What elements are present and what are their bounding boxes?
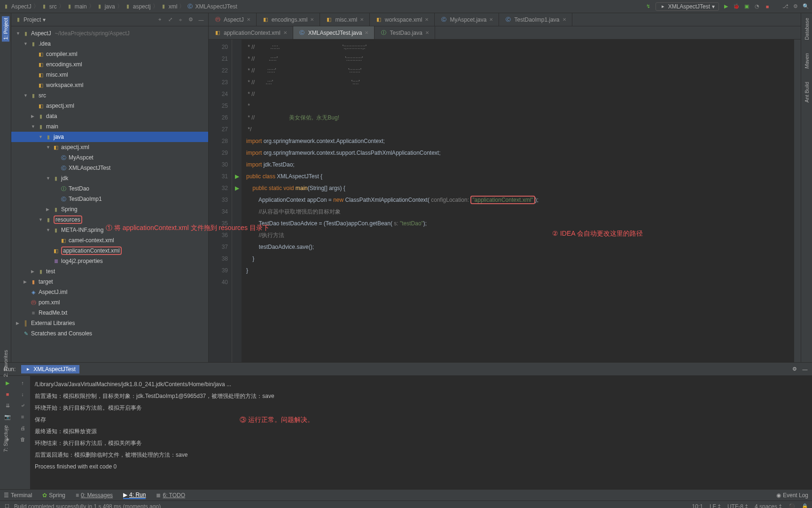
tree-item[interactable]: ▼▮META-INF.spring bbox=[11, 225, 208, 235]
tree-item[interactable]: ▼▮main bbox=[11, 121, 208, 132]
tree-item[interactable]: ▼▮src bbox=[11, 90, 208, 101]
close-icon[interactable]: ✕ bbox=[562, 17, 566, 22]
print-button[interactable]: 🖨 bbox=[19, 425, 26, 431]
up-button[interactable]: ↑ bbox=[19, 380, 26, 386]
tree-item[interactable]: ◧compiler.xml bbox=[11, 49, 208, 59]
expand-icon[interactable]: ⤢ bbox=[167, 16, 173, 23]
editor-tab[interactable]: ◧workspace.xml✕ bbox=[370, 13, 435, 26]
tree-item[interactable]: ◧aspectj.xml bbox=[11, 101, 208, 111]
hide-icon[interactable]: — bbox=[198, 16, 204, 23]
profile-button[interactable]: ◔ bbox=[754, 3, 760, 10]
coverage-button[interactable]: ▣ bbox=[743, 3, 750, 10]
debug-button[interactable]: 🐞 bbox=[733, 3, 740, 10]
breadcrumb-item[interactable]: ⒸXMLAspectJTest bbox=[187, 3, 237, 10]
tree-item[interactable]: ▶▮target bbox=[11, 277, 208, 287]
tree-item[interactable]: ⒾTestDao bbox=[11, 183, 208, 194]
panel-title[interactable]: ▮ Project ▾ bbox=[15, 16, 46, 23]
maven-tool-button[interactable]: Maven bbox=[803, 51, 811, 71]
status-icon[interactable]: ☐ bbox=[4, 503, 10, 508]
tree-item[interactable]: ▼▮AspectJ~/IdeaProjects/spring/AspectJ bbox=[11, 28, 208, 39]
tree-item[interactable]: ⓜpom.xml bbox=[11, 297, 208, 308]
database-tool-button[interactable]: Database bbox=[803, 16, 811, 42]
close-icon[interactable]: ✕ bbox=[425, 17, 429, 22]
tree-item[interactable]: ▼◧aspectj.xml bbox=[11, 142, 208, 152]
collapse-icon[interactable]: ÷ bbox=[177, 16, 184, 23]
breadcrumb-item[interactable]: ▮AspectJ bbox=[3, 3, 31, 10]
editor-tab[interactable]: ◧encodings.xml✕ bbox=[257, 13, 320, 26]
tree-item[interactable]: ▶▮data bbox=[11, 111, 208, 121]
tree-item[interactable]: ✎Scratches and Consoles bbox=[11, 328, 208, 339]
tree-item[interactable]: ▼▮.idea bbox=[11, 39, 208, 49]
tree-item[interactable]: ◧workspace.xml bbox=[11, 80, 208, 90]
run-button[interactable]: ▶4: Run bbox=[123, 492, 146, 499]
code[interactable]: * // .::::. ':;::::::::::;:' * // .::::'… bbox=[242, 40, 794, 362]
tree-item[interactable]: ▼▮jdk bbox=[11, 173, 208, 183]
breadcrumb-item[interactable]: ▮aspectj bbox=[125, 3, 151, 10]
close-icon[interactable]: ✕ bbox=[360, 17, 364, 22]
trash-button[interactable]: 🗑 bbox=[19, 436, 26, 443]
run-button[interactable]: ▶ bbox=[723, 3, 729, 10]
close-icon[interactable]: ✕ bbox=[425, 30, 429, 35]
search-icon[interactable]: ⚙ bbox=[792, 3, 799, 10]
tree-item[interactable]: ◧encodings.xml bbox=[11, 59, 208, 70]
hide-icon[interactable]: — bbox=[802, 366, 808, 373]
close-icon[interactable]: ✕ bbox=[283, 30, 287, 35]
structure-tool-button[interactable]: 7: Structure bbox=[2, 423, 9, 454]
line-sep[interactable]: LF ‡ bbox=[710, 503, 721, 508]
editor-tab[interactable]: ⓜAspectJ✕ bbox=[209, 13, 257, 26]
editor-tab[interactable]: ◧applicationContext.xml✕ bbox=[209, 26, 293, 39]
favorites-tool-button[interactable]: 2: Favorites bbox=[2, 348, 9, 379]
close-icon[interactable]: ✕ bbox=[489, 17, 493, 22]
hammer-icon[interactable]: ↯ bbox=[645, 3, 652, 10]
editor-tab[interactable]: ⒸMyAspcet.java✕ bbox=[435, 13, 499, 26]
encoding[interactable]: UTF-8 ‡ bbox=[727, 503, 748, 508]
tree-item[interactable]: ◧misc.xml bbox=[11, 70, 208, 80]
terminal-button[interactable]: ☰Terminal bbox=[4, 492, 32, 499]
editor-tab[interactable]: ⒸTestDaoImp1.java✕ bbox=[499, 13, 572, 26]
tree-item[interactable]: ▼▮resources bbox=[11, 214, 208, 225]
run-tab[interactable]: ▸ XMLAspectJTest bbox=[21, 365, 79, 373]
inspection-icon[interactable]: ⚫ bbox=[789, 503, 795, 508]
layout-button[interactable]: ⇊ bbox=[4, 402, 11, 409]
tree-item[interactable]: ◧applicationContext.xml bbox=[11, 246, 208, 256]
tree-item[interactable]: ≣log4j2.properties bbox=[11, 256, 208, 266]
pin-button[interactable]: 📷 bbox=[4, 413, 11, 420]
editor-tab[interactable]: ◧misc.xml✕ bbox=[320, 13, 370, 26]
scroll-button[interactable]: ≡ bbox=[19, 413, 26, 420]
tree-item[interactable]: ▶▮Spring bbox=[11, 204, 208, 214]
select-opened-icon[interactable]: ⌖ bbox=[156, 16, 163, 23]
project-tree[interactable]: ▼▮AspectJ~/IdeaProjects/spring/AspectJ▼▮… bbox=[11, 26, 208, 362]
breadcrumb-item[interactable]: ▮src bbox=[41, 3, 57, 10]
spring-button[interactable]: ✿Spring bbox=[42, 492, 65, 499]
close-icon[interactable]: ✕ bbox=[247, 17, 250, 22]
find-icon[interactable]: 🔍 bbox=[803, 3, 809, 10]
breadcrumb-item[interactable]: ▮xml bbox=[160, 3, 178, 10]
gear-icon[interactable]: ⚙ bbox=[187, 16, 194, 23]
ant-tool-button[interactable]: Ant Build bbox=[803, 80, 811, 104]
lock-icon[interactable]: 🔒 bbox=[802, 503, 808, 508]
tree-item[interactable]: ▼▮java bbox=[11, 132, 208, 142]
down-button[interactable]: ↓ bbox=[19, 391, 26, 397]
stop-button[interactable]: ■ bbox=[764, 3, 771, 10]
close-icon[interactable]: ✕ bbox=[310, 17, 314, 22]
breadcrumb-item[interactable]: ▮main bbox=[66, 3, 87, 10]
close-icon[interactable]: ✕ bbox=[365, 30, 368, 35]
messages-button[interactable]: ≡0: Messages bbox=[76, 492, 113, 499]
tree-item[interactable]: ⒸTestDaoImp1 bbox=[11, 194, 208, 204]
code-area[interactable]: 2021222324252627282930313233343536373839… bbox=[209, 40, 801, 362]
rerun-button[interactable]: ▶ bbox=[4, 380, 11, 386]
run-config-select[interactable]: ▸ XMLAspectJTest ▾ bbox=[656, 2, 719, 11]
indent[interactable]: 4 spaces ‡ bbox=[755, 503, 782, 508]
gear-icon[interactable]: ⚙ bbox=[791, 366, 798, 373]
todo-button[interactable]: ≣6: TODO bbox=[156, 492, 185, 499]
breadcrumb-item[interactable]: ▮java bbox=[96, 3, 115, 10]
eventlog-button[interactable]: ◉Event Log bbox=[776, 492, 808, 499]
editor-tab[interactable]: ⒸXMLAspectJTest.java✕ bbox=[293, 26, 375, 39]
tree-item[interactable]: ▶║External Libraries bbox=[11, 318, 208, 328]
tree-item[interactable]: ⒸMyAspcet bbox=[11, 152, 208, 163]
editor-tab[interactable]: ⒾTestDao.java✕ bbox=[375, 26, 435, 39]
tree-item[interactable]: ⒸXMLAspectJTest bbox=[11, 163, 208, 173]
stop-button[interactable]: ■ bbox=[4, 391, 11, 397]
run-output[interactable]: /Library/Java/JavaVirtualMachines/jdk1.8… bbox=[30, 376, 812, 489]
tree-item[interactable]: ◈AspectJ.iml bbox=[11, 287, 208, 297]
